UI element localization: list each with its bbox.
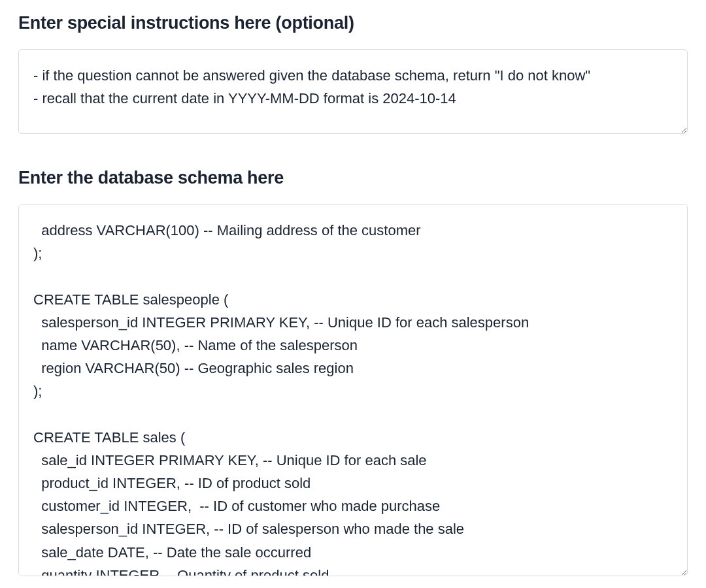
- schema-section: Enter the database schema here address V…: [18, 168, 688, 579]
- instructions-section: Enter special instructions here (optiona…: [18, 13, 688, 137]
- instructions-heading: Enter special instructions here (optiona…: [18, 13, 688, 33]
- schema-textarea[interactable]: address VARCHAR(100) -- Mailing address …: [18, 204, 688, 576]
- instructions-textarea[interactable]: - if the question cannot be answered giv…: [18, 49, 688, 134]
- schema-heading: Enter the database schema here: [18, 168, 688, 188]
